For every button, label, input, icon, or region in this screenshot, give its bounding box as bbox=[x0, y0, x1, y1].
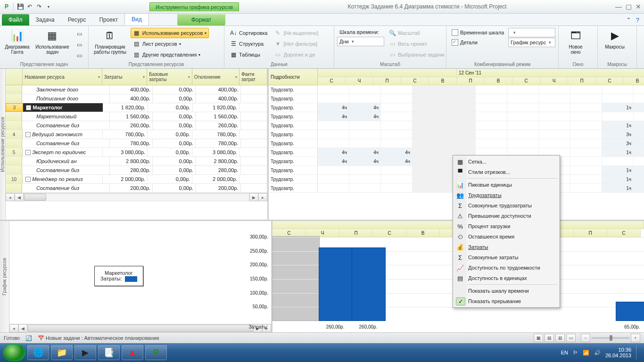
context-menu-item[interactable]: ✓Показать прерывание bbox=[454, 296, 559, 306]
time-row[interactable]: Трудозатр.3ч3ч bbox=[269, 139, 644, 148]
start-button[interactable] bbox=[3, 344, 25, 361]
view-bar-top[interactable]: Использование ресурсов bbox=[0, 69, 6, 220]
taskbar-pdf[interactable]: ▲ bbox=[122, 345, 143, 360]
context-menu-item[interactable]: ▤Доступность в единицах bbox=[454, 273, 559, 283]
col-fact[interactable]: Факти затрат bbox=[239, 69, 267, 85]
minimize-icon[interactable]: — bbox=[615, 3, 622, 10]
col-cost[interactable]: Затраты▾ bbox=[102, 69, 148, 85]
table-row[interactable]: Подписание дого400,00р.0,00р.400,00р. bbox=[6, 94, 267, 103]
context-menu-item[interactable]: ▦Сетка... bbox=[454, 156, 559, 167]
time-row[interactable]: Трудозатр. bbox=[269, 85, 644, 94]
tables-button[interactable]: ▦Таблицы bbox=[227, 49, 270, 60]
taskbar-explorer[interactable]: 📁 bbox=[51, 345, 73, 360]
col-name[interactable]: Название ресурса▾ bbox=[23, 69, 102, 85]
view-btn-3[interactable]: ▥ bbox=[555, 334, 565, 342]
selected-tasks-button[interactable]: ▭Выбранные задачи bbox=[386, 49, 446, 60]
zoom-button[interactable]: 🔍Масштаб bbox=[386, 28, 446, 38]
help-icon[interactable]: ? bbox=[636, 16, 639, 24]
table-row[interactable]: Составление биз260,00р.0,00р.260,00р. bbox=[6, 121, 267, 130]
save-icon[interactable]: 💾 bbox=[17, 3, 24, 10]
new-window-button[interactable]: 🗔Новое окно bbox=[561, 27, 590, 56]
col-base[interactable]: Базовые затраты▾ bbox=[147, 69, 192, 85]
taskbar-app1[interactable]: 📑 bbox=[98, 345, 120, 360]
qat-more-icon[interactable]: ▾ bbox=[45, 3, 52, 10]
outline-button[interactable]: ☰Структура bbox=[227, 39, 270, 49]
team-planner-button[interactable]: 🗓Планировщик работы группы bbox=[91, 27, 129, 56]
tab-project[interactable]: Проект bbox=[92, 14, 124, 25]
undo-icon[interactable]: ↶ bbox=[26, 3, 33, 10]
taskbar-media[interactable]: ▶ bbox=[74, 345, 96, 360]
context-menu-item[interactable]: ▀Стили отрезков... bbox=[454, 167, 559, 177]
gantt-chart-button[interactable]: 📊Диаграмма Ганта bbox=[3, 27, 32, 56]
context-menu-item[interactable]: Показать шкалу времени bbox=[454, 286, 559, 296]
filter-combo[interactable]: ▼[Нет фильтра] bbox=[272, 39, 321, 49]
context-menu-item[interactable]: ΣСовокупные трудозатраты bbox=[454, 200, 559, 211]
time-row[interactable]: Трудозатр.4ч4ч1ч1ч bbox=[269, 103, 644, 112]
time-row[interactable]: Трудозатр.3ч3ч bbox=[269, 130, 644, 139]
taskbar-ie[interactable]: 🌐 bbox=[27, 345, 49, 360]
status-refresh-icon[interactable]: 🔄 bbox=[25, 335, 32, 341]
tray-lang[interactable]: EN bbox=[561, 350, 568, 355]
details-view-combo[interactable]: График ресурс▾ bbox=[508, 38, 555, 47]
ribbon-minimize-icon[interactable]: ⌃ bbox=[626, 16, 631, 24]
zoom-in-button[interactable]: + bbox=[631, 334, 640, 342]
close-icon[interactable]: ✕ bbox=[636, 3, 641, 10]
context-menu-item[interactable]: 👥Трудозатраты bbox=[454, 190, 559, 200]
view-split3-icon[interactable]: ▭ bbox=[73, 50, 85, 61]
taskbar-project[interactable]: P bbox=[145, 345, 167, 360]
view-split2-icon[interactable]: ▭ bbox=[73, 40, 85, 50]
highlight-combo[interactable]: ✎[Не выделено] bbox=[272, 28, 321, 38]
context-menu-item[interactable]: ⚠Превышение доступности bbox=[454, 211, 559, 221]
show-desktop-button[interactable] bbox=[636, 346, 641, 360]
other-views-button[interactable]: ▥Другие представления ▾ bbox=[131, 49, 209, 60]
maximize-icon[interactable]: ▢ bbox=[626, 3, 632, 10]
hscroll-legend[interactable]: ◂◀ ▶▸ bbox=[9, 324, 271, 332]
zoom-slider[interactable] bbox=[592, 337, 629, 339]
hscroll-table[interactable]: ◂◀ ▶▸ bbox=[6, 193, 267, 201]
view-btn-4[interactable]: ▭ bbox=[566, 334, 576, 342]
view-btn-1[interactable]: ▦ bbox=[534, 334, 543, 342]
table-row[interactable]: Составление биз280,00р.0,00р.280,00р. bbox=[6, 166, 267, 175]
table-row[interactable]: 4-Ведущий экономист780,00р.0,00р.780,00р… bbox=[6, 130, 267, 139]
tray-volume-icon[interactable]: 🔊 bbox=[594, 350, 601, 356]
file-tab[interactable]: Файл bbox=[2, 14, 29, 25]
context-menu-item[interactable]: ⏲Оставшееся время bbox=[454, 231, 559, 242]
view-split-icon[interactable]: ▭ bbox=[73, 29, 85, 39]
timescale-combo[interactable]: Дни▾ bbox=[337, 37, 384, 46]
entire-project-button[interactable]: ▭Весь проект bbox=[386, 39, 446, 49]
table-row[interactable]: Маркетинговый1 560,00р.0,00р.1 560,00р. bbox=[6, 112, 267, 121]
redo-icon[interactable]: ↷ bbox=[35, 3, 43, 10]
view-btn-2[interactable]: ▤ bbox=[545, 334, 554, 342]
tab-resource[interactable]: Ресурс bbox=[61, 14, 93, 25]
table-row[interactable]: Юридический ан2 800,00р.0,00р.2 800,00р. bbox=[6, 157, 267, 166]
timeline-check[interactable]: Временная шкала bbox=[449, 28, 506, 37]
table-row[interactable]: 3-Маркетолог1 820,00р.0,00р.1 820,00р. bbox=[6, 103, 267, 112]
time-row[interactable]: Трудозатр. bbox=[269, 94, 644, 103]
context-menu-item[interactable]: 📈Доступность по трудоемкости bbox=[454, 263, 559, 273]
table-row[interactable]: Составление биз200,00р.0,00р.200,00р. bbox=[6, 184, 267, 193]
time-row[interactable]: Трудозатр.1ч1ч bbox=[269, 121, 644, 130]
macros-button[interactable]: ▶Макросы bbox=[601, 27, 629, 51]
task-usage-button[interactable]: ▦Использование задач bbox=[33, 27, 71, 56]
table-row[interactable]: 5-Эксперт по юридичес3 080,00р.0,00р.3 0… bbox=[6, 148, 267, 157]
group-combo[interactable]: ▭Дорогие и де bbox=[272, 49, 321, 60]
time-row[interactable]: Трудозатр.4ч4ч bbox=[269, 112, 644, 121]
context-menu-item[interactable]: ΣСовокупные затраты bbox=[454, 252, 559, 263]
context-menu-item[interactable]: 💰Затраты bbox=[454, 242, 559, 252]
view-bar-bottom[interactable]: График ресурсов bbox=[0, 221, 9, 332]
tab-task[interactable]: Задача bbox=[29, 14, 61, 25]
sort-button[interactable]: A↓Сортировка bbox=[227, 28, 270, 38]
table-row[interactable]: Составление биз780,00р.0,00р.780,00р. bbox=[6, 139, 267, 148]
zoom-out-button[interactable]: − bbox=[581, 334, 590, 342]
table-row[interactable]: Заключение дого400,00р.0,00р.400,00р. bbox=[6, 85, 267, 94]
details-check[interactable]: Детали bbox=[449, 38, 506, 47]
col-dev[interactable]: Отклонение▾ bbox=[192, 69, 239, 85]
resource-sheet-button[interactable]: ▤Лист ресурсов ▾ bbox=[131, 39, 209, 49]
table-row[interactable]: 10-Менеджер по реализ2 000,00р.0,00р.2 0… bbox=[6, 175, 267, 184]
context-menu-item[interactable]: 📊Пиковые единицы bbox=[454, 180, 559, 190]
tray-network-icon[interactable]: 📶 bbox=[583, 350, 589, 356]
col-id[interactable] bbox=[6, 69, 23, 85]
resource-usage-button[interactable]: ▦Использование ресурсов ▾ bbox=[131, 28, 209, 38]
context-menu-item[interactable]: %Процент загрузки bbox=[454, 221, 559, 231]
tray-flag-icon[interactable]: 🏳 bbox=[573, 350, 578, 355]
